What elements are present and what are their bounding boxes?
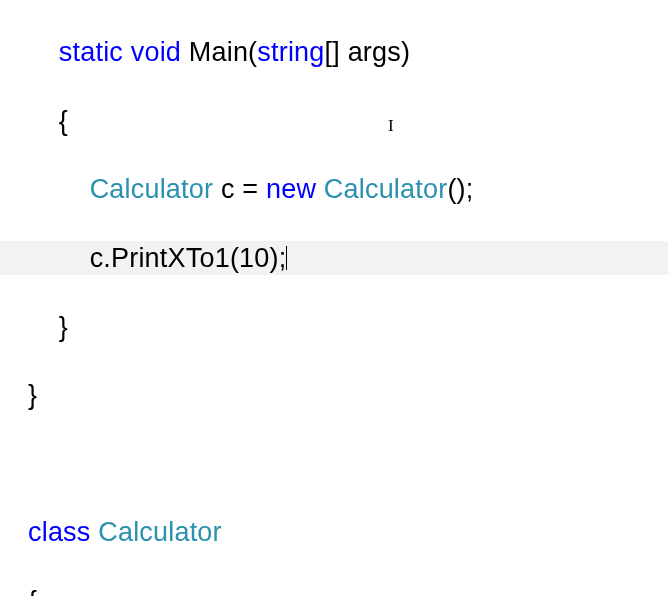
keyword-void: void xyxy=(131,37,181,67)
code-line: { xyxy=(28,584,668,596)
code-line: } xyxy=(28,378,668,412)
paren: (); xyxy=(447,174,473,204)
keyword-static: static xyxy=(59,37,123,67)
method-call: c.PrintXTo1(10); xyxy=(90,243,287,273)
text-cursor-icon xyxy=(286,246,287,270)
param-args: [] args) xyxy=(325,37,411,67)
brace: } xyxy=(59,312,68,342)
type-calculator: Calculator xyxy=(90,174,214,204)
active-line: c.PrintXTo1(10); xyxy=(0,241,668,275)
code-line: Calculator c = new Calculator(); xyxy=(28,172,668,206)
method-name: Main( xyxy=(181,37,257,67)
brace: } xyxy=(28,380,37,410)
code-line: { xyxy=(28,104,668,138)
mouse-ibeam-icon: I xyxy=(388,115,394,137)
brace: { xyxy=(28,586,37,596)
keyword-new: new xyxy=(266,174,316,204)
var-decl: c = xyxy=(213,174,266,204)
type-calculator: Calculator xyxy=(98,517,222,547)
code-line: } xyxy=(28,310,668,344)
code-line: class Calculator xyxy=(28,515,668,549)
brace: { xyxy=(59,106,68,136)
type-calculator: Calculator xyxy=(324,174,448,204)
code-line xyxy=(28,447,668,481)
code-editor[interactable]: static void Main(string[] args) { Calcul… xyxy=(0,0,668,596)
code-line: static void Main(string[] args) xyxy=(28,35,668,69)
keyword-string: string xyxy=(257,37,324,67)
keyword-class: class xyxy=(28,517,91,547)
